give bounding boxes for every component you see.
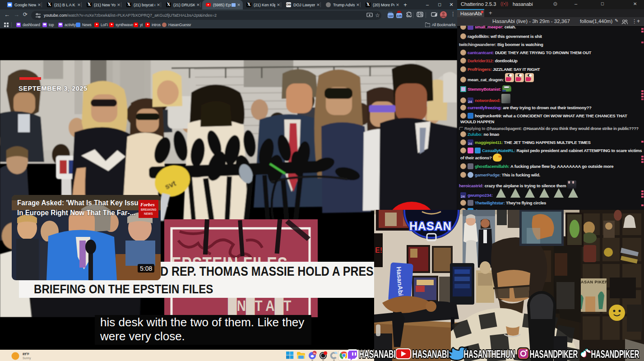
svg-text:SEPTEMBER 3, 2025: SEPTEMBER 3, 2025 bbox=[19, 85, 88, 92]
svg-text:BRIEFING ON THE EPSTEIN FILES: BRIEFING ON THE EPSTEIN FILES bbox=[34, 282, 213, 296]
svg-text:D REP. THOMAS MASSIE HOLD A PR: D REP. THOMAS MASSIE HOLD A PRES bbox=[160, 264, 374, 278]
svg-text:Forbes: Forbes bbox=[140, 202, 155, 207]
svg-text:225: 225 bbox=[397, 14, 402, 18]
svg-text:HASAN PIKER: HASAN PIKER bbox=[578, 280, 608, 284]
svg-text:E!: E! bbox=[375, 246, 382, 254]
svg-text:HASANTHEHUN: HASANTHEHUN bbox=[463, 348, 515, 361]
svg-text:9+: 9+ bbox=[314, 352, 316, 355]
svg-text:NEWS: NEWS bbox=[144, 212, 153, 215]
svg-text:Sunny: Sunny bbox=[23, 356, 31, 360]
svg-text:BREAKING: BREAKING bbox=[141, 208, 157, 211]
svg-text:85°F: 85°F bbox=[23, 352, 30, 356]
svg-text:110: 110 bbox=[388, 14, 393, 18]
svg-text:5:08: 5:08 bbox=[140, 265, 152, 272]
svg-text:In Europe Right Now That The F: In Europe Right Now That The Far-... bbox=[17, 208, 135, 217]
svg-text:HASANABI: HASANABI bbox=[359, 348, 396, 361]
svg-text:HASANDPIKER: HASANDPIKER bbox=[530, 348, 578, 361]
svg-text:HASAN: HASAN bbox=[409, 220, 452, 232]
svg-text:█N█T A█T: █N█T A█T bbox=[228, 296, 291, 316]
svg-text:Farage Asked: 'What Is That Ke: Farage Asked: 'What Is That Key Issue bbox=[17, 199, 142, 207]
svg-text:HASANABI: HASANABI bbox=[412, 348, 449, 361]
svg-text:HASANDPIKER: HASANDPIKER bbox=[591, 348, 639, 361]
